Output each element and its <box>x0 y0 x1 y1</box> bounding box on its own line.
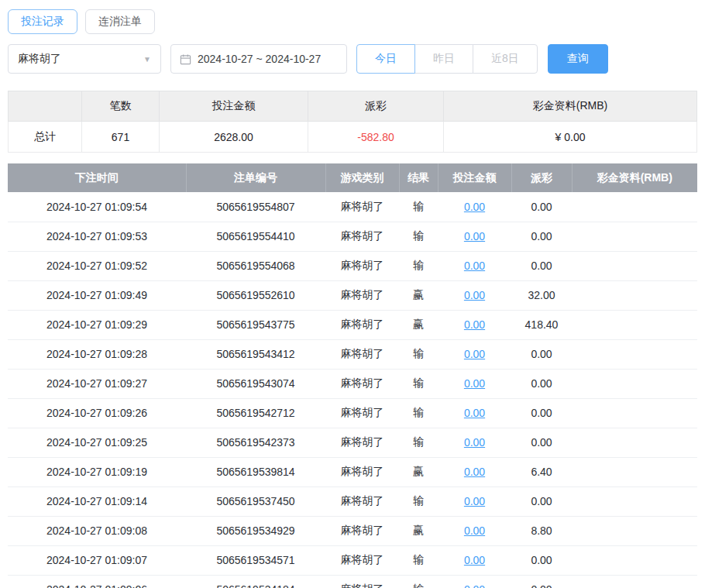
tab-bet-records[interactable]: 投注记录 <box>8 9 77 34</box>
cell-payout: 0.00 <box>511 222 572 251</box>
cell-bet-time: 2024-10-27 01:09:25 <box>8 428 186 457</box>
quick-filter-yesterday[interactable]: 昨日 <box>414 44 473 74</box>
cell-bet-time: 2024-10-27 01:09:26 <box>8 398 186 428</box>
cell-game-type: 麻将胡了 <box>325 575 399 588</box>
summary-total-row: 总计 671 2628.00 -582.80 ¥ 0.00 <box>9 122 697 153</box>
bet-amount-link[interactable]: 0.00 <box>464 318 485 331</box>
summary-count-value: 671 <box>82 122 160 153</box>
cell-payout: 0.00 <box>511 545 572 575</box>
cell-bet-amount: 0.00 <box>438 516 511 545</box>
cell-payout: 0.00 <box>511 398 572 428</box>
table-row: 2024-10-27 01:09:535065619554410麻将胡了输0.0… <box>8 222 697 251</box>
bet-amount-link[interactable]: 0.00 <box>464 583 485 588</box>
quick-filter-last-8-days[interactable]: 近8日 <box>473 44 538 74</box>
records-header-bet-id: 注单编号 <box>186 163 325 192</box>
cell-result: 赢 <box>399 516 438 545</box>
cell-bonus <box>572 251 697 280</box>
table-row: 2024-10-27 01:09:265065619542712麻将胡了输0.0… <box>8 398 697 428</box>
bet-amount-link[interactable]: 0.00 <box>464 260 485 272</box>
records-header-bonus: 彩金资料(RMB) <box>572 163 697 192</box>
cell-bet-id: 5065619537450 <box>186 487 325 516</box>
bet-amount-link[interactable]: 0.00 <box>464 230 485 242</box>
cell-game-type: 麻将胡了 <box>325 487 399 516</box>
cell-bonus <box>572 280 697 310</box>
cell-payout: 6.40 <box>511 457 572 487</box>
cell-result: 赢 <box>399 457 438 487</box>
bet-amount-link[interactable]: 0.00 <box>464 524 485 537</box>
cell-bet-id: 5065619534571 <box>186 545 325 575</box>
cell-bonus <box>572 487 697 516</box>
bet-amount-link[interactable]: 0.00 <box>464 289 485 301</box>
cell-result: 输 <box>399 339 438 369</box>
cell-game-type: 麻将胡了 <box>325 428 399 457</box>
cell-bonus <box>572 575 697 588</box>
cell-bet-time: 2024-10-27 01:09:28 <box>8 339 186 369</box>
cell-payout: 8.80 <box>511 516 572 545</box>
game-select-value: 麻将胡了 <box>18 52 61 66</box>
game-select[interactable]: 麻将胡了 ▼ <box>8 44 161 74</box>
quick-filter-today[interactable]: 今日 <box>356 44 415 74</box>
cell-bet-time: 2024-10-27 01:09:19 <box>8 457 186 487</box>
cell-bet-time: 2024-10-27 01:09:27 <box>8 369 186 398</box>
cell-bet-time: 2024-10-27 01:09:29 <box>8 310 186 339</box>
cell-game-type: 麻将胡了 <box>325 222 399 251</box>
cell-bet-amount: 0.00 <box>438 487 511 516</box>
cell-game-type: 麻将胡了 <box>325 251 399 280</box>
cell-bet-id: 5065619554068 <box>186 251 325 280</box>
quick-filter-group: 今日 昨日 近8日 <box>356 44 538 74</box>
cell-bonus <box>572 545 697 575</box>
bet-amount-link[interactable]: 0.00 <box>464 201 485 213</box>
bet-amount-link[interactable]: 0.00 <box>464 348 485 360</box>
bet-amount-link[interactable]: 0.00 <box>464 407 485 419</box>
cell-bet-time: 2024-10-27 01:09:08 <box>8 516 186 545</box>
cell-bonus <box>572 428 697 457</box>
cell-bet-id: 5065619542712 <box>186 398 325 428</box>
filter-bar: 麻将胡了 ▼ 2024-10-27 ~ 2024-10-27 今日 昨日 近8日… <box>8 44 697 74</box>
cell-result: 赢 <box>399 280 438 310</box>
records-header-row: 下注时间 注单编号 游戏类别 结果 投注金额 派彩 彩金资料(RMB) <box>8 163 697 192</box>
summary-bonus-value: ¥ 0.00 <box>444 122 697 153</box>
bet-amount-link[interactable]: 0.00 <box>464 554 485 566</box>
tab-cancelled-bets[interactable]: 连消注单 <box>85 9 155 34</box>
cell-payout: 0.00 <box>511 251 572 280</box>
cell-bet-id: 5065619539814 <box>186 457 325 487</box>
date-range-input[interactable]: 2024-10-27 ~ 2024-10-27 <box>170 44 347 74</box>
bet-amount-link[interactable]: 0.00 <box>464 436 485 449</box>
cell-payout: 0.00 <box>511 339 572 369</box>
cell-result: 赢 <box>399 310 438 339</box>
bet-amount-link[interactable]: 0.00 <box>464 377 485 390</box>
bet-amount-link[interactable]: 0.00 <box>464 466 485 478</box>
cell-bet-id: 5065619552610 <box>186 280 325 310</box>
cell-result: 输 <box>399 398 438 428</box>
summary-header-row: 笔数 投注金额 派彩 彩金资料(RMB) <box>9 91 697 122</box>
summary-header-payout: 派彩 <box>308 91 444 122</box>
cell-bonus <box>572 457 697 487</box>
records-header-game: 游戏类别 <box>325 163 399 192</box>
cell-result: 输 <box>399 487 438 516</box>
bet-amount-link[interactable]: 0.00 <box>464 495 485 507</box>
cell-bet-time: 2024-10-27 01:09:07 <box>8 545 186 575</box>
summary-bet-amount-value: 2628.00 <box>160 122 308 153</box>
query-button[interactable]: 查询 <box>548 44 608 74</box>
cell-bet-amount: 0.00 <box>438 222 511 251</box>
records-header-result: 结果 <box>399 163 438 192</box>
cell-bet-id: 5065619542373 <box>186 428 325 457</box>
cell-result: 输 <box>399 222 438 251</box>
cell-game-type: 麻将胡了 <box>325 280 399 310</box>
cell-bet-id: 5065619534929 <box>186 516 325 545</box>
table-row: 2024-10-27 01:09:085065619534929麻将胡了赢0.0… <box>8 516 697 545</box>
table-row: 2024-10-27 01:09:275065619543074麻将胡了输0.0… <box>8 369 697 398</box>
cell-payout: 418.40 <box>511 310 572 339</box>
table-row: 2024-10-27 01:09:065065619534184麻将胡了输0.0… <box>8 575 697 588</box>
cell-payout: 32.00 <box>511 280 572 310</box>
table-row: 2024-10-27 01:09:195065619539814麻将胡了赢0.0… <box>8 457 697 487</box>
cell-bet-id: 5065619554807 <box>186 192 325 222</box>
table-row: 2024-10-27 01:09:495065619552610麻将胡了赢0.0… <box>8 280 697 310</box>
cell-payout: 0.00 <box>511 428 572 457</box>
records-header-payout: 派彩 <box>511 163 572 192</box>
cell-result: 输 <box>399 428 438 457</box>
cell-bet-amount: 0.00 <box>438 310 511 339</box>
cell-game-type: 麻将胡了 <box>325 192 399 222</box>
cell-game-type: 麻将胡了 <box>325 339 399 369</box>
summary-header-bonus: 彩金资料(RMB) <box>444 91 697 122</box>
